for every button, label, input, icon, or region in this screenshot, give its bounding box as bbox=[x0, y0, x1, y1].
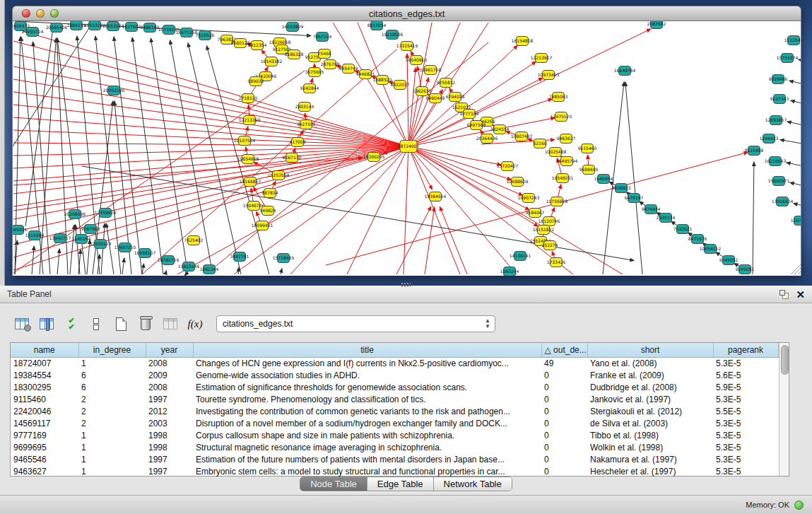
table-row[interactable]: 969969511998Structural magnetic resonanc… bbox=[11, 441, 778, 453]
new-document-icon[interactable] bbox=[112, 315, 130, 333]
float-window-icon[interactable] bbox=[779, 290, 789, 299]
table-select-dropdown[interactable]: citations_edges.txt ▲▼ bbox=[216, 315, 495, 332]
graph-node-label: 1092344 bbox=[200, 267, 219, 271]
resize-grip[interactable] bbox=[791, 264, 801, 274]
table-cell: 1998 bbox=[146, 441, 193, 453]
graph-node-label: 9463627 bbox=[557, 136, 576, 141]
splitter-handle[interactable] bbox=[401, 282, 411, 288]
graph-node-label: 3675685 bbox=[305, 69, 324, 74]
graph-node-label: 19654908 bbox=[237, 156, 259, 161]
tab-network-table[interactable]: Network Table bbox=[434, 477, 512, 491]
table-row[interactable]: 1872400712008Changes of HCN gene express… bbox=[11, 357, 778, 369]
window-title: citations_edges.txt bbox=[13, 8, 801, 19]
table-row[interactable]: 1938455462009Genome-wide association stu… bbox=[11, 369, 778, 381]
graph-edge bbox=[408, 146, 573, 274]
table-row[interactable]: 977716911998Corpus callosum shape and si… bbox=[11, 429, 778, 441]
table-select-value: citations_edges.txt bbox=[223, 319, 293, 329]
tab-node-table[interactable]: Node Table bbox=[300, 477, 367, 491]
table-scrollbar[interactable] bbox=[779, 343, 789, 476]
table-cell: 2 bbox=[78, 405, 146, 417]
delete-icon[interactable] bbox=[136, 315, 155, 333]
column-header-out_de[interactable]: △ out_de... bbox=[541, 343, 587, 357]
close-icon[interactable]: ✕ bbox=[796, 290, 805, 299]
graph-edge bbox=[13, 28, 408, 146]
column-header-name[interactable]: name bbox=[11, 343, 78, 357]
table-panel-title: Table Panel bbox=[7, 289, 52, 299]
graph-node-label: 9777169 bbox=[460, 111, 479, 116]
table-settings-icon[interactable] bbox=[13, 315, 31, 333]
table-cell: 1998 bbox=[146, 429, 193, 441]
table-row[interactable]: 946554611997Estimation of the future num… bbox=[11, 453, 778, 465]
graph-node-label: 75468 bbox=[317, 51, 331, 56]
graph-node-label: 20053346 bbox=[103, 88, 125, 93]
table-cell: de Silva et al. (2003) bbox=[587, 417, 713, 429]
table-cell: 0 bbox=[541, 417, 587, 429]
graph-node-label: 10756928 bbox=[546, 199, 568, 204]
column-header-in_degree[interactable]: in_degree bbox=[78, 343, 146, 357]
memory-status-label: Memory: OK bbox=[746, 501, 789, 509]
function-builder-icon[interactable]: f(x) bbox=[186, 315, 204, 333]
network-graph: 2405572240557242069140618842191055328710… bbox=[13, 21, 801, 276]
graph-edge bbox=[347, 146, 408, 274]
column-header-short[interactable]: short bbox=[587, 343, 713, 357]
graph-edge bbox=[625, 82, 642, 274]
graph-node-label: 15692971 bbox=[768, 178, 790, 183]
column-header-pagerank[interactable]: pagerank bbox=[713, 343, 778, 357]
select-rows-icon[interactable]: ✔✔ bbox=[62, 315, 81, 333]
column-header-title[interactable]: title bbox=[193, 343, 541, 357]
table-cell: 2 bbox=[78, 393, 146, 405]
graph-node-label: 12975125 bbox=[551, 114, 572, 119]
graph-node-label: 10653287 bbox=[102, 23, 124, 28]
graph-node-label: 16210643 bbox=[765, 158, 787, 163]
dropdown-stepper-icon: ▲▼ bbox=[485, 318, 490, 329]
graph-node-label: 9446821 bbox=[356, 71, 375, 76]
graph-node-label: 18907243 bbox=[518, 195, 540, 200]
table-row[interactable]: 911546021997Tourette syndrome. Phenomeno… bbox=[11, 393, 778, 405]
table-cell: Jankovic et al. (1997) bbox=[587, 393, 713, 405]
graph-node-label: 8267130 bbox=[283, 155, 302, 160]
graph-node-label: 9097588 bbox=[81, 226, 100, 231]
toggle-rows-icon[interactable] bbox=[87, 315, 105, 333]
graph-node-label: 7632621 bbox=[673, 226, 693, 231]
memory-indicator-icon[interactable] bbox=[794, 501, 804, 510]
table-row[interactable]: 2242004622012Investigating the contribut… bbox=[11, 405, 778, 417]
table-cell: 1 bbox=[78, 441, 146, 453]
graph-edge bbox=[425, 207, 435, 274]
graph-node-label: 9115460 bbox=[578, 146, 597, 151]
scrollbar-thumb[interactable] bbox=[781, 345, 789, 375]
table-cell: 0 bbox=[541, 453, 587, 465]
table-row[interactable]: 1456911722003Disruption of a novel membe… bbox=[11, 417, 778, 429]
graph-node-label: 2935114 bbox=[657, 215, 676, 220]
table-cell: 5.3E-5 bbox=[713, 393, 778, 405]
column-header-year[interactable]: year bbox=[146, 343, 193, 357]
graph-node-label: 8813054 bbox=[367, 23, 387, 28]
network-canvas[interactable]: 2405572240557242069140618842191055328710… bbox=[12, 21, 801, 276]
window-titlebar[interactable]: citations_edges.txt bbox=[12, 6, 801, 21]
graph-node-label: 1362615 bbox=[413, 88, 432, 93]
graph-node-label: 16961758 bbox=[420, 67, 442, 72]
table-cell: 6 bbox=[78, 369, 146, 381]
table-cell: Tibbo et al. (1998) bbox=[587, 429, 713, 441]
graph-node-label: 16495794 bbox=[556, 158, 578, 163]
graph-node-label: 10107554 bbox=[234, 138, 256, 143]
graph-edge bbox=[13, 146, 408, 156]
tab-edge-table[interactable]: Edge Table bbox=[367, 477, 434, 491]
graph-node-label: 1884219 bbox=[67, 23, 86, 28]
graph-node-label: 17359928 bbox=[95, 210, 117, 215]
column-chooser-icon[interactable] bbox=[37, 315, 56, 333]
table-cell: 0 bbox=[541, 381, 587, 393]
table-cell: 5.3E-5 bbox=[713, 441, 778, 453]
table-row[interactable]: 946362711997Embryonic stem cells: a mode… bbox=[11, 465, 778, 477]
table-cell: 2003 bbox=[146, 417, 193, 429]
graph-node-label: 1621072 bbox=[452, 105, 471, 110]
graph-node-label: 549824 bbox=[260, 208, 276, 213]
graph-edge bbox=[789, 81, 801, 85]
table-cell: 9777169 bbox=[11, 429, 78, 441]
graph-edge bbox=[794, 203, 801, 208]
graph-node-label: 6479197 bbox=[625, 195, 644, 200]
graph-node-label: 18300295 bbox=[363, 154, 385, 159]
graph-node-label: 10973493 bbox=[538, 72, 560, 77]
graph-node-label: 10654112 bbox=[700, 246, 722, 251]
graph-edge bbox=[238, 267, 239, 274]
table-row[interactable]: 1830029562008Estimation of significance … bbox=[11, 381, 778, 393]
